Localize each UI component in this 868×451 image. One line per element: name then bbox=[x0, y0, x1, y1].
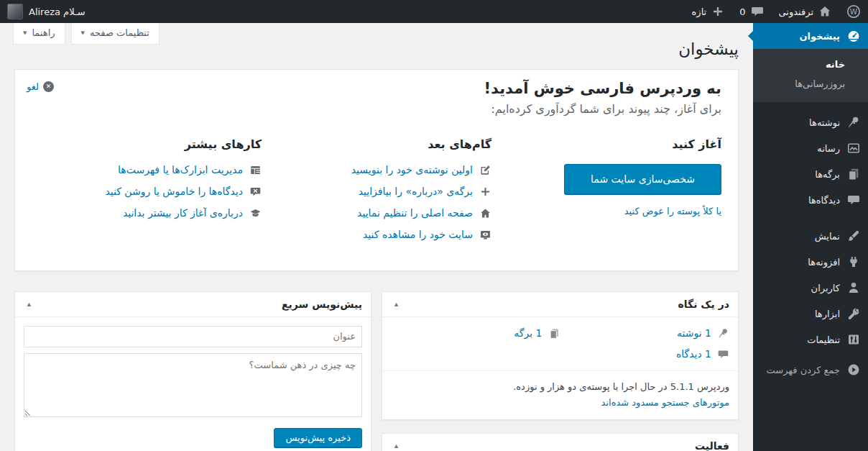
sidebar-item-users[interactable]: کاربران bbox=[753, 275, 868, 301]
glance-counts: 1 نوشته 1 برگه 1 دیدگاه bbox=[391, 326, 729, 370]
draft-title-input[interactable] bbox=[24, 326, 362, 347]
glance-comments: 1 دیدگاه bbox=[560, 348, 730, 360]
dashboard-icon bbox=[846, 29, 861, 43]
comments-count-link[interactable]: 1 دیدگاه bbox=[676, 348, 711, 360]
column-heading: کارهای بیشتر bbox=[32, 137, 262, 151]
toggle-comments-link[interactable]: دیدگاه‌ها را خاموش یا روشن کنید bbox=[105, 186, 243, 197]
wordpress-logo-icon: W bbox=[846, 4, 861, 19]
my-account-link[interactable]: سـلام Alireza bbox=[0, 0, 93, 23]
widget-title: پیش‌نویس سریع bbox=[282, 299, 362, 310]
widget-title: در یک نگاه bbox=[678, 299, 729, 310]
users-icon bbox=[846, 281, 861, 295]
glance-posts: 1 نوشته bbox=[560, 327, 730, 340]
sidebar-item-media[interactable]: رسانه bbox=[753, 135, 868, 161]
collapse-widget-button[interactable]: ▲ bbox=[391, 442, 402, 450]
search-engines-discouraged-link[interactable]: موتورهای جستجو مسدود شده‌اند bbox=[601, 395, 729, 411]
collapse-widget-button[interactable]: ▲ bbox=[391, 301, 402, 308]
posts-count-link[interactable]: 1 نوشته bbox=[677, 327, 711, 339]
svg-text:W: W bbox=[850, 7, 858, 16]
glance-version-info: وردپرس 5.1.1 در حال اجرا با پوسته‌ی دو ه… bbox=[382, 370, 738, 419]
collapse-widget-button[interactable]: ▲ bbox=[24, 301, 34, 308]
plus-icon bbox=[711, 4, 725, 19]
customize-site-button[interactable]: شخصی‌سازی سایت شما bbox=[564, 164, 721, 194]
setup-homepage-link[interactable]: صفحه اصلی را تنظیم نمایید bbox=[357, 207, 473, 219]
comments-admin-link[interactable]: 0 bbox=[732, 0, 771, 23]
widget-header[interactable]: در یک نگاه ▲ bbox=[382, 292, 738, 317]
admin-bar: W ترفندونی 0 تازه سـلام Alireza bbox=[0, 0, 868, 23]
list-item: صفحه اصلی را تنظیم نمایید bbox=[262, 207, 491, 219]
comments-toggle-icon bbox=[249, 186, 262, 198]
sidebar-item-comments[interactable]: دیدگاه‌ها bbox=[753, 187, 868, 213]
pages-icon bbox=[548, 327, 560, 340]
widget-header[interactable]: فعالیت ▲ bbox=[382, 434, 738, 451]
chevron-down-icon: ▼ bbox=[81, 30, 85, 36]
widget-header[interactable]: پیش‌نویس سریع ▲ bbox=[15, 292, 371, 317]
quick-draft-widget: پیش‌نویس سریع ▲ ذخیره پیش‌نویس bbox=[14, 291, 371, 451]
change-theme-link[interactable]: یا کلاً پوسته را عوض کنید bbox=[624, 206, 721, 217]
learn-getting-started-link[interactable]: درباره‌ی آغاز کار بیشتر بدانید bbox=[123, 207, 243, 219]
dismiss-welcome-link[interactable]: ✕ لغو bbox=[27, 81, 54, 92]
list-item: سایت خود را مشاهده کنید bbox=[262, 229, 491, 241]
column-heading: گام‌های بعد bbox=[262, 137, 491, 151]
list-item: اولین نوشته‌ی خود را بنویسید bbox=[262, 164, 491, 176]
sidebar-item-label: پیشخوان bbox=[800, 31, 841, 42]
view-site-icon bbox=[479, 229, 491, 241]
plus-icon bbox=[479, 186, 491, 198]
sidebar-item-dashboard[interactable]: پیشخوان bbox=[753, 23, 868, 49]
column-heading: آغاز کنید bbox=[491, 137, 721, 151]
close-icon: ✕ bbox=[43, 81, 54, 92]
glance-pages: 1 برگه bbox=[391, 327, 560, 340]
wordpress-logo[interactable]: W bbox=[839, 0, 868, 23]
view-site-link[interactable]: سایت خود را مشاهده کنید bbox=[363, 229, 473, 240]
new-label: تازه bbox=[692, 6, 707, 17]
settings-icon bbox=[846, 332, 861, 347]
draft-content-textarea[interactable] bbox=[24, 353, 362, 417]
list-item: درباره‌ی آغاز کار بیشتر بدانید bbox=[32, 207, 262, 219]
admin-bar-account-group: سـلام Alireza bbox=[0, 0, 93, 23]
sidebar-item-appearance[interactable]: نمایش bbox=[753, 223, 868, 249]
draft-actions: ذخیره پیش‌نویس bbox=[24, 428, 362, 447]
sidebar-item-settings[interactable]: تنظیمات bbox=[753, 327, 868, 352]
welcome-panel: ✕ لغو به وردپرس فارسی خوش آمدید! برای آغ… bbox=[14, 69, 739, 271]
wordpress-version-text: وردپرس 5.1.1 در حال اجرا با پوسته‌ی دو ه… bbox=[513, 381, 729, 392]
dashboard-submenu: خانه بروزرسانی‌ها bbox=[753, 49, 868, 102]
sidebar-item-tools[interactable]: ابزارها bbox=[753, 301, 868, 327]
submenu-item-home[interactable]: خانه bbox=[753, 55, 868, 74]
sidebar-item-pages[interactable]: برگه‌ها bbox=[753, 161, 868, 187]
manage-widgets-menus-link[interactable]: مدیریت ابزارک‌ها یا فهرست‌ها bbox=[118, 164, 243, 176]
comments-count: 0 bbox=[739, 6, 745, 17]
comments-icon bbox=[846, 193, 861, 207]
widgets-column-left: پیش‌نویس سریع ▲ ذخیره پیش‌نویس bbox=[14, 291, 371, 451]
widgets-column-right: در یک نگاه ▲ 1 نوشته bbox=[382, 291, 739, 451]
widget-title: فعالیت bbox=[695, 440, 729, 451]
chevron-down-icon: ▼ bbox=[23, 30, 27, 36]
welcome-columns: آغاز کنید شخصی‌سازی سایت شما یا کلاً پوس… bbox=[32, 126, 721, 270]
content-area: تنظیمات صفحه ▼ راهنما ▼ پیشخوان ✕ لغو به… bbox=[0, 23, 753, 451]
avatar bbox=[7, 4, 23, 19]
collapse-arrow-icon bbox=[846, 363, 861, 377]
list-item: مدیریت ابزارک‌ها یا فهرست‌ها bbox=[32, 164, 262, 176]
widget-body: ذخیره پیش‌نویس bbox=[15, 317, 371, 451]
at-a-glance-widget: در یک نگاه ▲ 1 نوشته bbox=[382, 291, 739, 420]
menu-separator bbox=[753, 213, 868, 223]
plugins-icon bbox=[846, 255, 861, 269]
write-post-icon bbox=[479, 164, 491, 176]
add-about-page-link[interactable]: برگه‌ی «درباره» را بیافزایید bbox=[359, 186, 473, 197]
save-draft-button[interactable]: ذخیره پیش‌نویس bbox=[274, 428, 362, 447]
welcome-column-more-actions: کارهای بیشتر مدیریت ابزارک‌ها یا فهرست‌ه… bbox=[32, 126, 262, 250]
collapse-menu-button[interactable]: جمع کردن فهرست bbox=[753, 357, 868, 383]
pages-count-link[interactable]: 1 برگه bbox=[514, 327, 542, 339]
screen-meta-tabs: تنظیمات صفحه ▼ راهنما ▼ bbox=[13, 23, 160, 45]
submenu-item-updates[interactable]: بروزرسانی‌ها bbox=[753, 74, 868, 94]
sidebar-item-posts[interactable]: نوشته‌ها bbox=[753, 109, 868, 135]
appearance-brush-icon bbox=[846, 229, 861, 243]
site-name-link[interactable]: ترفندونی bbox=[772, 0, 839, 23]
greeting-label: سـلام Alireza bbox=[29, 6, 86, 17]
home-icon bbox=[479, 207, 491, 219]
new-content-link[interactable]: تازه bbox=[685, 0, 733, 23]
write-first-post-link[interactable]: اولین نوشته‌ی خود را بنویسید bbox=[351, 164, 473, 176]
site-name-label: ترفندونی bbox=[779, 6, 813, 17]
help-tab[interactable]: راهنما ▼ bbox=[13, 23, 65, 45]
screen-options-tab[interactable]: تنظیمات صفحه ▼ bbox=[71, 23, 160, 45]
sidebar-item-plugins[interactable]: افزونه‌ها bbox=[753, 249, 868, 275]
